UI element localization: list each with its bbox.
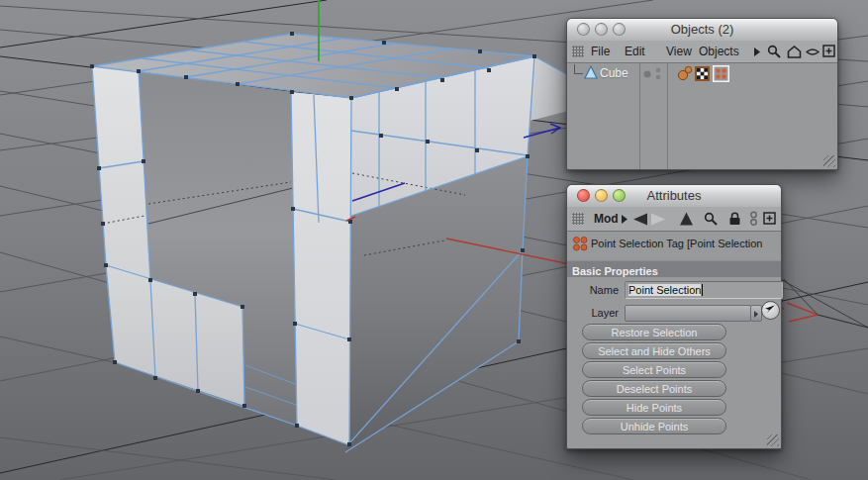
drag-grip-icon[interactable] bbox=[572, 46, 584, 57]
mode-menu[interactable]: Mod bbox=[594, 212, 619, 226]
text-caret bbox=[702, 284, 703, 296]
name-value: Point Selection bbox=[628, 284, 701, 296]
visibility-dots-icon[interactable] bbox=[640, 65, 664, 81]
attributes-menubar: Mod bbox=[567, 207, 781, 232]
object-name[interactable]: Cube bbox=[600, 66, 628, 80]
texture-checker-tag-icon[interactable] bbox=[695, 66, 710, 81]
name-label: Name bbox=[567, 284, 619, 296]
lock-icon[interactable] bbox=[728, 212, 741, 226]
layer-dropdown-arrow[interactable] bbox=[750, 305, 762, 322]
objects-menubar: File Edit View Objects bbox=[567, 41, 837, 63]
add-panel-icon[interactable] bbox=[822, 45, 835, 57]
menu-overflow-icon[interactable] bbox=[753, 48, 761, 56]
menu-objects[interactable]: Objects bbox=[699, 45, 739, 58]
c4d-workspace: Objects (2) File Edit View Objects Cube bbox=[0, 0, 868, 480]
tree-elbow-icon bbox=[574, 64, 583, 74]
back-icon[interactable] bbox=[631, 213, 648, 226]
material-spheres-tag-icon[interactable] bbox=[677, 65, 693, 81]
window-title: Objects (2) bbox=[567, 22, 837, 37]
add-panel-icon[interactable] bbox=[763, 212, 776, 225]
picker-arrow-icon bbox=[762, 302, 778, 318]
window-title: Attributes bbox=[567, 188, 781, 203]
column-divider bbox=[639, 62, 640, 169]
eye-icon[interactable] bbox=[806, 48, 820, 56]
cube-corner-column-face bbox=[291, 92, 351, 445]
link-icon[interactable] bbox=[748, 211, 759, 227]
resize-handle[interactable] bbox=[767, 434, 779, 446]
tag-header-row[interactable]: Point Selection Tag [Point Selection bbox=[567, 231, 781, 256]
resize-handle[interactable] bbox=[823, 155, 835, 167]
search-icon[interactable] bbox=[767, 45, 782, 59]
point-selection-tag-icon bbox=[572, 236, 588, 251]
object-row-cube[interactable]: Cube bbox=[567, 62, 837, 84]
up-icon[interactable] bbox=[679, 212, 694, 226]
tag-title: Point Selection Tag [Point Selection bbox=[591, 238, 781, 249]
name-input[interactable]: Point Selection bbox=[625, 281, 783, 299]
objects-titlebar[interactable]: Objects (2) bbox=[567, 19, 837, 42]
point-selection-tag-icon[interactable] bbox=[713, 65, 729, 82]
hide-points-button[interactable]: Hide Points bbox=[582, 399, 726, 416]
layer-label: Layer bbox=[567, 307, 619, 319]
objects-window[interactable]: Objects (2) File Edit View Objects Cube bbox=[566, 18, 838, 170]
menu-view[interactable]: View bbox=[666, 45, 692, 58]
deselect-points-button[interactable]: Deselect Points bbox=[582, 380, 726, 397]
layer-field-row: Layer bbox=[567, 303, 781, 325]
forward-icon[interactable] bbox=[650, 213, 667, 226]
home-icon[interactable] bbox=[787, 46, 802, 58]
mode-arrow-icon[interactable] bbox=[621, 215, 628, 224]
drag-grip-icon[interactable] bbox=[572, 213, 584, 225]
layer-dropdown[interactable] bbox=[625, 305, 751, 322]
search-icon[interactable] bbox=[704, 212, 719, 227]
layer-picker-button[interactable] bbox=[761, 301, 780, 320]
menu-edit[interactable]: Edit bbox=[625, 45, 645, 58]
unhide-points-button[interactable]: Unhide Points bbox=[582, 418, 726, 434]
restore-selection-button[interactable]: Restore Selection bbox=[582, 324, 726, 340]
select-points-button[interactable]: Select Points bbox=[582, 361, 726, 378]
menu-file[interactable]: File bbox=[591, 45, 610, 58]
select-and-hide-others-button[interactable]: Select and Hide Others bbox=[582, 342, 726, 359]
section-header-basic-properties[interactable]: Basic Properties bbox=[567, 260, 781, 277]
attributes-titlebar[interactable]: Attributes bbox=[567, 185, 781, 208]
name-field-row: Name Point Selection bbox=[567, 280, 781, 302]
attributes-window[interactable]: Attributes Mod bbox=[566, 184, 782, 449]
cone-object-icon[interactable] bbox=[584, 65, 598, 80]
column-divider bbox=[667, 62, 668, 169]
